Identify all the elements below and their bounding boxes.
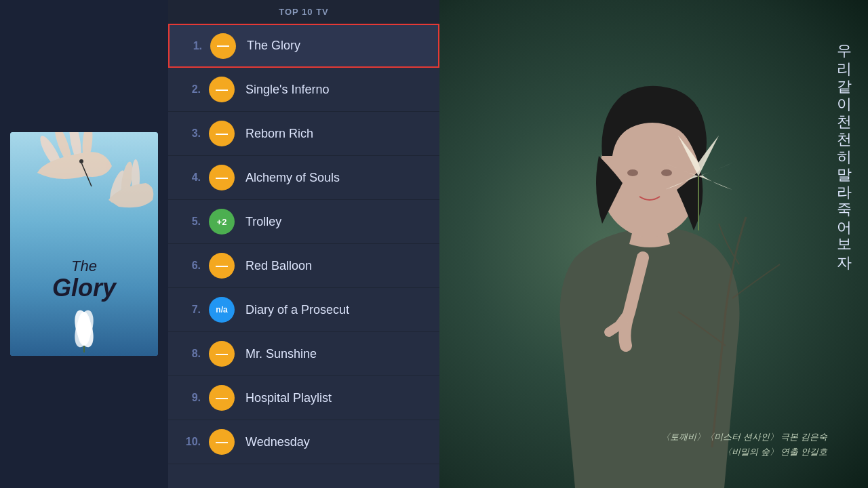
badge-6: — xyxy=(209,253,235,279)
title-4: Alchemy of Souls xyxy=(245,171,340,185)
svg-point-8 xyxy=(79,159,83,163)
rank-9: 9. xyxy=(179,392,201,404)
flower-decoration xyxy=(57,305,111,352)
rank-10: 10. xyxy=(179,436,201,448)
credit-line-1: 〈토깨비〉〈미스터 션사인〉 극본 김은숙 xyxy=(661,431,827,443)
title-10: Wednesday xyxy=(245,435,310,449)
left-panel: The Glory xyxy=(0,0,168,488)
list-panel: TOP 10 TV 1.—The Glory2.—Single's Infern… xyxy=(168,0,439,488)
list-item-2[interactable]: 2.—Single's Inferno xyxy=(168,68,439,112)
rank-7: 7. xyxy=(179,304,201,316)
svg-point-11 xyxy=(77,312,91,346)
badge-3: — xyxy=(209,121,235,146)
lily-flower xyxy=(665,122,732,230)
bottom-credits: 〈토깨비〉〈미스터 션사인〉 극본 김은숙 〈비밀의 숲〉 연출 안길호 xyxy=(661,431,827,461)
thumbnail-title: The Glory xyxy=(10,258,158,302)
badge-9: — xyxy=(209,385,235,411)
rank-1: 1. xyxy=(180,40,202,52)
list-item-3[interactable]: 3.—Reborn Rich xyxy=(168,112,439,156)
title-8: Mr. Sunshine xyxy=(245,347,317,361)
featured-image: 우리같이천천히말라죽어보자 〈토깨비〉〈미스터 션사인〉 극본 김은숙 〈비밀의… xyxy=(439,0,868,488)
badge-4: — xyxy=(209,165,235,190)
title-5: Trolley xyxy=(245,215,281,229)
title-7: Diary of a Prosecut xyxy=(245,303,349,317)
list-item-5[interactable]: 5.+2Trolley xyxy=(168,200,439,244)
list-item-9[interactable]: 9.—Hospital Playlist xyxy=(168,376,439,420)
list-item-10[interactable]: 10.—Wednesday xyxy=(168,420,439,464)
rank-6: 6. xyxy=(179,260,201,272)
title-6: Red Balloon xyxy=(245,259,312,273)
badge-10: — xyxy=(209,429,235,455)
header-title: TOP 10 TV xyxy=(279,7,329,17)
badge-1: — xyxy=(210,33,236,59)
title-9: Hospital Playlist xyxy=(245,391,332,405)
right-panel: 우리같이천천히말라죽어보자 〈토깨비〉〈미스터 션사인〉 극본 김은숙 〈비밀의… xyxy=(439,0,868,488)
svg-point-14 xyxy=(627,169,638,176)
badge-2: — xyxy=(209,77,235,102)
rank-2: 2. xyxy=(179,83,201,96)
badge-8: — xyxy=(209,341,235,367)
badge-5: +2 xyxy=(209,209,235,235)
badge-7: n/a xyxy=(209,297,235,323)
list-item-1[interactable]: 1.—The Glory xyxy=(168,24,439,68)
rank-8: 8. xyxy=(179,348,201,360)
rank-5: 5. xyxy=(179,216,201,228)
hands-decoration xyxy=(10,132,158,227)
list-header: TOP 10 TV xyxy=(168,0,439,24)
show-thumbnail[interactable]: The Glory xyxy=(10,132,158,356)
korean-text-overlay: 우리같이천천히말라죽어보자 xyxy=(833,34,854,263)
list-item-8[interactable]: 8.—Mr. Sunshine xyxy=(168,332,439,376)
title-3: Reborn Rich xyxy=(245,127,313,141)
rank-3: 3. xyxy=(179,127,201,140)
title-1: The Glory xyxy=(247,39,300,53)
list-container: 1.—The Glory2.—Single's Inferno3.—Reborn… xyxy=(168,24,439,464)
list-item-6[interactable]: 6.—Red Balloon xyxy=(168,244,439,288)
rank-4: 4. xyxy=(179,171,201,184)
list-item-7[interactable]: 7.n/aDiary of a Prosecut xyxy=(168,288,439,332)
credit-line-2: 〈비밀의 숲〉 연출 안길호 xyxy=(661,446,827,458)
title-2: Single's Inferno xyxy=(245,83,330,97)
list-item-4[interactable]: 4.—Alchemy of Souls xyxy=(168,156,439,200)
